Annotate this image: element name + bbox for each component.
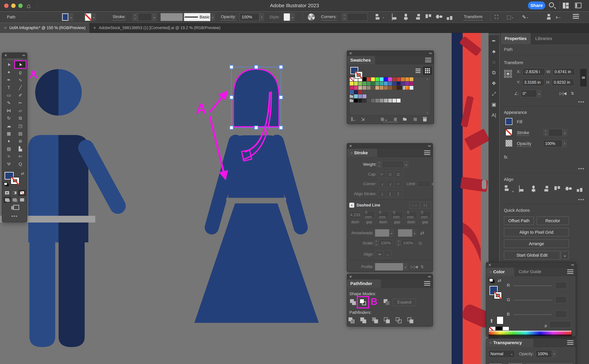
scroll-up-icon[interactable]: ⌃ (426, 78, 429, 82)
free-transform-tool[interactable]: ⧉ (14, 114, 26, 122)
tab-stroke[interactable]: ◇Stroke (347, 149, 377, 157)
channel-g-slider[interactable] (514, 300, 552, 301)
paint-none-button[interactable] (18, 190, 26, 196)
global-edit-options-icon[interactable]: ⌄ (561, 251, 569, 260)
hex-field[interactable] (549, 321, 571, 328)
opacity-field[interactable]: 100%› (239, 12, 264, 22)
more-options-icon[interactable]: ••• (578, 166, 585, 171)
close-icon[interactable]: ✕ (4, 53, 7, 58)
flip-along-icon[interactable]: ⇅ (421, 264, 424, 269)
tab-pathfinder[interactable]: Pathfinder (347, 280, 381, 288)
chevron-down-icon[interactable]: ⌄ (404, 161, 409, 168)
workspace-layout-icon[interactable] (563, 3, 569, 8)
chevron-right-icon[interactable]: › (562, 140, 567, 147)
tab-color-guide[interactable]: Color Guide (515, 268, 546, 276)
zoom-tool[interactable]: Q (14, 160, 26, 168)
color-swatch[interactable] (392, 86, 396, 90)
crop-button[interactable] (384, 317, 390, 324)
color-swatch[interactable] (388, 77, 392, 81)
color-swatch[interactable] (388, 98, 392, 103)
checker-swatch[interactable] (409, 86, 414, 90)
align-to-pixel-grid-button[interactable]: Align to Pixel Grid (504, 228, 569, 236)
color-swatch[interactable] (401, 81, 405, 86)
collapse-icon[interactable]: «« (22, 53, 25, 57)
distribute-icon[interactable]: ⫦⌄ (556, 12, 561, 22)
color-swatch[interactable] (362, 77, 367, 81)
color-swatch[interactable] (405, 81, 409, 86)
color-swatch[interactable] (396, 86, 401, 90)
opacity-field[interactable]: 100% (536, 350, 552, 358)
stroke-proxy[interactable] (494, 292, 502, 299)
chevron-down-icon[interactable]: ⌄ (69, 13, 73, 21)
color-swatch[interactable] (354, 98, 358, 103)
hand-tool[interactable]: Ψ (3, 160, 14, 168)
color-swatch[interactable] (401, 77, 405, 81)
perspective-grid-tool[interactable]: ◳ (14, 122, 26, 130)
color-swatch[interactable] (350, 86, 354, 90)
more-options-icon[interactable]: ••• (578, 99, 585, 104)
color-swatch[interactable] (384, 86, 388, 90)
color-swatch[interactable] (384, 81, 388, 86)
color-swatch[interactable] (409, 81, 414, 86)
more-options-icon[interactable]: ••• (578, 197, 585, 202)
align-bottom-icon[interactable] (576, 185, 583, 193)
color-swatch[interactable] (358, 90, 362, 94)
tab-libraries[interactable]: Libraries (531, 33, 556, 44)
appearance-fill-swatch[interactable] (505, 118, 512, 125)
delete-swatch-icon[interactable] (423, 117, 427, 122)
chevron-down-icon[interactable]: ⌄ (91, 13, 96, 21)
trim-button[interactable] (360, 317, 367, 324)
dash-gap-field[interactable]: 0 mm (391, 211, 403, 218)
stroke-proxy[interactable] (355, 71, 363, 79)
color-swatch[interactable] (380, 77, 384, 81)
miter-limit-field[interactable] (417, 181, 430, 187)
canvas-scrollbar[interactable] (482, 180, 486, 189)
cap-projecting-button[interactable]: ⊏ (395, 171, 402, 178)
curvature-tool[interactable]: ∿ (14, 76, 26, 84)
x-field[interactable]: -2.8326 i (522, 68, 545, 76)
type-tool[interactable]: T (3, 84, 14, 91)
expand-button[interactable]: Expand (393, 299, 416, 306)
stroke-color-well[interactable]: ⌄ (85, 12, 96, 22)
snap-grid-icon[interactable] (546, 12, 553, 22)
color-swatch[interactable] (380, 81, 384, 86)
doc-tab-active[interactable]: ✕UofA Infographic* @ 150 % (RGB/Preview) (0, 23, 89, 33)
tab-properties[interactable]: Properties (501, 33, 531, 44)
folder-swatch[interactable] (350, 98, 354, 103)
panel-menu-icon[interactable] (424, 150, 430, 155)
panel-menu-icon[interactable] (425, 58, 431, 62)
corner-round-button[interactable]: ╭ (386, 180, 395, 187)
dash-gap-field[interactable]: 0 mm (363, 211, 375, 218)
paint-tools-icon[interactable]: ✒ (489, 36, 499, 46)
w-field[interactable]: 0.6741 in (553, 68, 575, 76)
channel-g-field[interactable] (555, 296, 567, 303)
symbols-tool[interactable]: ⊚ (14, 137, 26, 145)
color-swatch[interactable] (371, 77, 375, 81)
swap-fill-stroke-icon[interactable]: ⇄ (498, 278, 501, 283)
y-field[interactable]: 3.3165 in (522, 78, 544, 86)
flip-horizontal-icon[interactable]: ▷¦◀ (560, 91, 567, 96)
color-swatch[interactable] (380, 98, 384, 103)
color-swatch[interactable] (358, 81, 362, 86)
channel-r-field[interactable] (555, 282, 567, 289)
merge-button[interactable] (372, 317, 378, 324)
appearance-stroke-swatch[interactable] (505, 129, 512, 136)
mask-thumbnail[interactable] (509, 363, 522, 364)
color-swatch[interactable] (375, 77, 379, 81)
paint-gradient-button[interactable] (11, 190, 18, 196)
pen-tool[interactable]: ✒ (3, 76, 14, 84)
chevron-down-icon[interactable]: ⌄ (210, 13, 215, 21)
symbol-sprayer-tool[interactable]: ▨ (3, 145, 14, 153)
corners-field[interactable]: ⌃⌄ (342, 12, 368, 22)
draw-behind-button[interactable] (11, 197, 18, 203)
color-swatch[interactable] (350, 81, 354, 86)
constrain-proportions-icon[interactable]: 8 (580, 69, 587, 86)
isolate-selection-icon[interactable]: ⛶ (495, 12, 498, 22)
drag-handle[interactable] (383, 121, 398, 123)
color-swatch[interactable] (358, 94, 362, 98)
scroll-down-icon[interactable]: ⌄ (426, 110, 429, 114)
color-swatch[interactable] (367, 98, 371, 103)
close-icon[interactable]: ✕ (349, 51, 352, 55)
folder-swatch[interactable] (350, 94, 354, 98)
angle-field[interactable]: 0° (521, 90, 537, 97)
